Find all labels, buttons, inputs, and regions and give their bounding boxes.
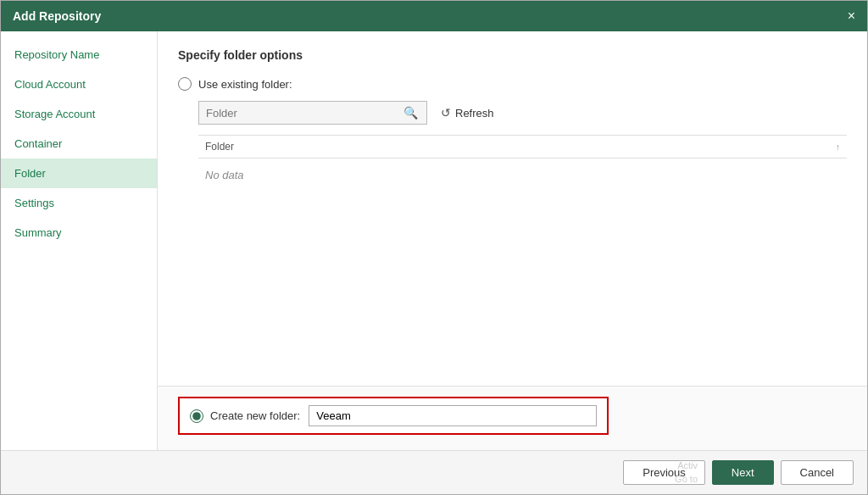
footer: Activ Go to Previous Next Cancel xyxy=(1,450,867,494)
folder-table-body: No data xyxy=(198,159,847,192)
title-bar: Add Repository × xyxy=(1,1,867,31)
main-area: Specify folder options Use existing fold… xyxy=(158,31,867,450)
close-button[interactable]: × xyxy=(848,9,855,23)
footer-watermark: Activ Go to xyxy=(675,459,698,486)
create-new-input[interactable] xyxy=(309,405,597,426)
create-new-radio[interactable] xyxy=(190,409,203,423)
folder-search-button[interactable]: 🔍 xyxy=(402,106,420,120)
sidebar-item-folder[interactable]: Folder xyxy=(1,159,157,188)
sidebar-item-settings[interactable]: Settings xyxy=(1,188,157,218)
refresh-icon: ↺ xyxy=(441,106,451,120)
sidebar-item-storage-account[interactable]: Storage Account xyxy=(1,99,157,129)
cancel-button[interactable]: Cancel xyxy=(781,460,854,485)
folder-input-row: 🔍 ↺ Refresh xyxy=(198,101,847,125)
sidebar: Repository Name Cloud Account Storage Ac… xyxy=(1,31,158,450)
use-existing-label: Use existing folder: xyxy=(198,78,292,91)
folder-col-header: Folder xyxy=(205,141,832,153)
search-icon: 🔍 xyxy=(403,106,418,120)
add-repository-dialog: Add Repository × Repository Name Cloud A… xyxy=(0,0,868,495)
bottom-section: Create new folder: xyxy=(158,386,867,450)
folder-table-header: Folder ↑ xyxy=(198,136,847,159)
no-data-label: No data xyxy=(205,169,244,181)
create-folder-row: Create new folder: xyxy=(178,397,609,435)
refresh-button[interactable]: ↺ Refresh xyxy=(441,106,494,120)
use-existing-row: Use existing folder: xyxy=(178,77,847,91)
refresh-label: Refresh xyxy=(455,107,494,120)
folder-table: Folder ↑ No data xyxy=(198,135,847,192)
dialog-body: Repository Name Cloud Account Storage Ac… xyxy=(1,31,867,450)
folder-input-box: 🔍 xyxy=(198,101,427,125)
next-button[interactable]: Next xyxy=(712,460,774,485)
main-content: Specify folder options Use existing fold… xyxy=(158,31,867,386)
dialog-title: Add Repository xyxy=(13,9,101,23)
use-existing-radio[interactable] xyxy=(178,77,192,91)
sidebar-item-repository-name[interactable]: Repository Name xyxy=(1,40,157,70)
sidebar-item-cloud-account[interactable]: Cloud Account xyxy=(1,70,157,99)
folder-search-input[interactable] xyxy=(206,107,402,120)
sort-asc-icon: ↑ xyxy=(836,142,840,152)
section-title: Specify folder options xyxy=(178,48,847,62)
sidebar-item-summary[interactable]: Summary xyxy=(1,218,157,248)
sidebar-item-container[interactable]: Container xyxy=(1,129,157,159)
create-new-label: Create new folder: xyxy=(210,409,300,422)
